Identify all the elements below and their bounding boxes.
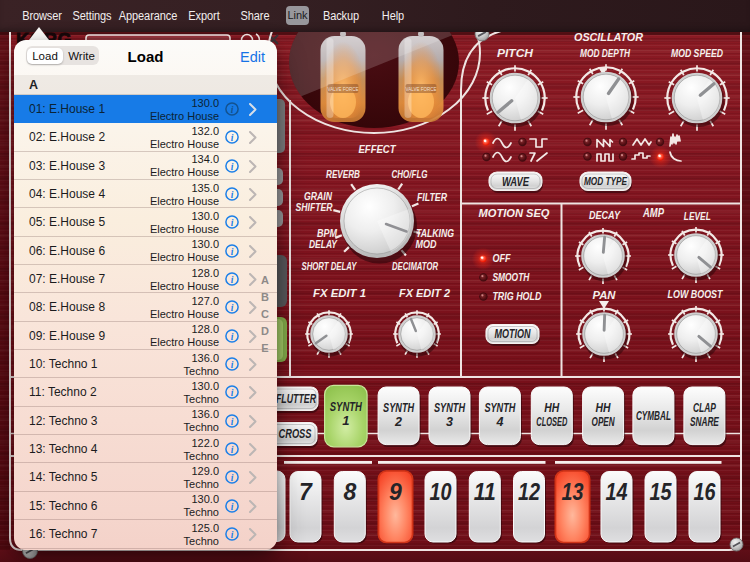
svg-text:REVERB: REVERB [326, 169, 360, 180]
svg-text:9: 9 [389, 479, 402, 505]
svg-text:DECAY: DECAY [589, 210, 621, 221]
svg-text:i: i [231, 275, 234, 285]
svg-text:FILTER: FILTER [417, 192, 448, 203]
svg-text:14: 14 [606, 479, 628, 505]
svg-text:i: i [231, 303, 234, 313]
svg-text:SYNTH: SYNTH [484, 401, 516, 415]
svg-text:SYNTH: SYNTH [383, 401, 415, 415]
svg-text:LEVEL: LEVEL [684, 211, 711, 222]
svg-text:2: 2 [394, 415, 402, 429]
svg-text:i: i [231, 360, 234, 370]
svg-text:GRAIN: GRAIN [304, 191, 333, 202]
svg-text:MOTION: MOTION [495, 327, 531, 341]
svg-text:10: 10 [430, 479, 452, 505]
svg-text:8: 8 [343, 479, 356, 505]
svg-text:CHO/FLG: CHO/FLG [392, 169, 428, 180]
svg-text:TALKING: TALKING [416, 228, 454, 239]
svg-text:3: 3 [446, 415, 453, 429]
svg-text:12: 12 [518, 479, 540, 505]
svg-text:SHORT DELAY: SHORT DELAY [302, 261, 358, 272]
svg-text:PAN: PAN [593, 290, 617, 301]
svg-text:MOTION SEQ: MOTION SEQ [479, 207, 550, 219]
svg-text:VALVE FORCE: VALVE FORCE [406, 87, 437, 92]
svg-text:i: i [231, 105, 234, 115]
svg-text:EFFECT: EFFECT [359, 143, 397, 155]
svg-text:i: i [231, 246, 234, 256]
svg-text:BPM: BPM [317, 228, 338, 239]
svg-text:PITCH: PITCH [497, 48, 534, 59]
svg-text:i: i [231, 501, 234, 511]
svg-text:LOW BOOST: LOW BOOST [668, 289, 724, 300]
svg-text:HH: HH [596, 401, 612, 415]
svg-text:1: 1 [342, 413, 349, 428]
svg-text:OPEN: OPEN [592, 415, 616, 429]
svg-text:TRIG HOLD: TRIG HOLD [492, 291, 541, 302]
svg-text:SYNTH: SYNTH [434, 401, 466, 415]
svg-text:11: 11 [474, 479, 496, 505]
svg-text:HH: HH [544, 401, 560, 415]
svg-text:i: i [231, 530, 234, 540]
svg-text:AMP: AMP [642, 206, 665, 220]
svg-text:SHIFTER: SHIFTER [296, 202, 334, 213]
svg-text:SYNTH: SYNTH [330, 399, 362, 414]
svg-text:OSCILLATOR: OSCILLATOR [574, 32, 644, 43]
svg-text:MOD DEPTH: MOD DEPTH [580, 48, 631, 59]
svg-text:i: i [231, 133, 234, 143]
svg-text:i: i [231, 190, 234, 200]
svg-text:i: i [231, 218, 234, 228]
svg-text:VALVE FORCE: VALVE FORCE [328, 87, 359, 92]
svg-text:4: 4 [495, 415, 503, 429]
svg-text:i: i [231, 445, 234, 455]
svg-text:MOD TYPE: MOD TYPE [584, 175, 627, 187]
svg-text:SMOOTH: SMOOTH [492, 272, 530, 283]
svg-text:i: i [231, 331, 234, 341]
svg-text:i: i [231, 161, 234, 171]
svg-text:16: 16 [694, 479, 716, 505]
svg-text:i: i [231, 388, 234, 398]
svg-text:CLOSED: CLOSED [536, 415, 567, 429]
svg-text:MOD: MOD [416, 239, 437, 250]
svg-text:CLAP: CLAP [693, 401, 716, 415]
svg-text:CYMBAL: CYMBAL [636, 409, 671, 423]
svg-text:FX EDIT 1: FX EDIT 1 [313, 288, 366, 299]
svg-text:i: i [231, 416, 234, 426]
svg-text:DELAY: DELAY [309, 239, 338, 250]
svg-text:13: 13 [562, 479, 584, 505]
svg-text:OFF: OFF [492, 253, 511, 264]
svg-text:WAVE: WAVE [502, 175, 530, 189]
svg-text:15: 15 [650, 479, 673, 505]
svg-text:DECIMATOR: DECIMATOR [392, 261, 439, 272]
svg-text:7: 7 [299, 479, 313, 505]
svg-text:FX EDIT 2: FX EDIT 2 [399, 288, 450, 299]
svg-text:i: i [231, 473, 234, 483]
svg-text:SNARE: SNARE [690, 415, 719, 429]
svg-text:FLUTTER: FLUTTER [276, 392, 316, 406]
svg-text:CROSS: CROSS [279, 427, 312, 441]
svg-text:MOD SPEED: MOD SPEED [671, 48, 723, 59]
